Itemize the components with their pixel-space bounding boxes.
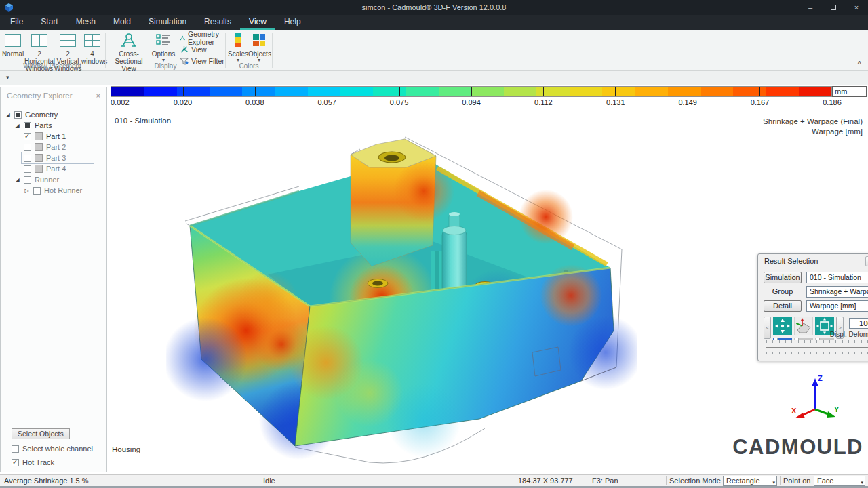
four-windows-icon (84, 34, 100, 47)
hot-track-row[interactable]: Hot Track (12, 458, 106, 466)
detail-combobox[interactable]: Warpage [mm] ▾ (806, 300, 868, 312)
menu-mesh[interactable]: Mesh (67, 15, 104, 30)
tree-checkbox[interactable] (24, 176, 31, 184)
selection-mode-combobox[interactable]: Rectangle ▾ (723, 476, 777, 486)
result-selection-dialog[interactable]: Result Selection ? × Simulation 010 - Si… (757, 253, 868, 361)
objects-button[interactable]: Objects ▾ (248, 31, 270, 63)
four-windows-button[interactable]: 4 windows (81, 31, 103, 65)
tree-checkbox[interactable] (24, 133, 31, 140)
tree-checkbox[interactable] (24, 165, 31, 173)
tree-checkbox[interactable] (24, 155, 31, 162)
menu-mold[interactable]: Mold (104, 15, 140, 30)
select-whole-channel-row[interactable]: Select whole channel (12, 445, 106, 453)
expander-icon[interactable]: ▷ (24, 188, 30, 194)
colormap-cell (439, 87, 471, 96)
scale-tick-label: 0.167 (751, 98, 770, 106)
group-label-display: Display (106, 62, 224, 70)
group-label-colors: Colors (226, 62, 271, 70)
panel-close-icon[interactable]: × (96, 92, 100, 100)
colormap-cell (242, 87, 275, 96)
geometry-explorer-button[interactable]: Geometry Explorer (180, 33, 224, 43)
view-button[interactable]: View (180, 44, 224, 54)
colormap-cell (111, 87, 144, 96)
normal-window-button[interactable]: Normal (1, 31, 24, 58)
result-thumbnail-deformation[interactable] (773, 317, 792, 342)
simulation-label: 010 - Simulation (115, 117, 171, 125)
menu-start[interactable]: Start (32, 15, 66, 30)
scale-tick-mark (688, 87, 688, 96)
menu-file[interactable]: File (1, 15, 32, 30)
expander-icon[interactable]: ◢ (14, 123, 20, 129)
panel-menu-dropdown-icon[interactable]: ▾ (6, 74, 9, 81)
group-colors: Scales ▾ Objects ▾ Colors (226, 30, 271, 70)
options-button[interactable]: Options ▾ (150, 31, 177, 63)
tree-item-part-2[interactable]: Part 2 (24, 142, 106, 152)
tree-checkbox[interactable] (33, 187, 41, 195)
tree-item-parts[interactable]: ◢Parts (14, 120, 106, 131)
thumbnail-prev-button[interactable]: < (764, 317, 771, 339)
tree-item-geometry[interactable]: ◢Geometry (5, 109, 106, 120)
tree-checkbox[interactable] (14, 111, 22, 119)
tree-item-part-3[interactable]: Part 3 (24, 152, 106, 163)
part-name-label: Housing (112, 445, 140, 453)
colormap-cell (275, 87, 307, 96)
point-on-combobox[interactable]: Face ▾ (814, 476, 865, 486)
expander-icon[interactable]: ◢ (5, 112, 11, 118)
maximize-button[interactable] (822, 0, 845, 15)
colormap-cell (504, 87, 536, 96)
colormap-cell (144, 87, 176, 96)
model-viewport[interactable]: mm 0.0020.0200.0380.0570.0750.0940.1120.… (108, 85, 868, 474)
scale-tick-mark (183, 87, 184, 96)
hot-track-checkbox[interactable] (12, 459, 19, 466)
scales-button[interactable]: Scales ▾ (228, 31, 248, 63)
dialog-help-icon[interactable]: ? (865, 256, 868, 266)
axes-triad-icon: Z X Y (791, 373, 840, 422)
tree-item-runner[interactable]: ◢Runner (14, 174, 106, 185)
group-combobox[interactable]: Shrinkage + Warpage (Final) ▾ (806, 286, 868, 298)
detail-button[interactable]: Detail (764, 300, 802, 312)
panel-title: Geometry Explorer (7, 92, 73, 100)
colormap-cell (471, 87, 504, 96)
scale-tick-label: 0.186 (823, 98, 842, 106)
colormap-cell (406, 87, 438, 96)
menu-simulation[interactable]: Simulation (140, 15, 195, 30)
deformation-slider[interactable] (766, 347, 868, 348)
objects-icon (253, 34, 265, 46)
menu-help[interactable]: Help (275, 15, 310, 30)
tree-checkbox[interactable] (24, 122, 31, 129)
titlebar: simcon - Cadmould® 3D-F Version 12.0.0.8… (0, 0, 868, 15)
scale-unit-box: mm (832, 86, 867, 97)
select-whole-channel-checkbox[interactable] (12, 445, 19, 453)
selection-mode-label: Selection Mode (669, 476, 721, 486)
ribbon: Normal 2 Horizontal Windows 2 Vertical W… (0, 30, 868, 71)
simulation-button[interactable]: Simulation (764, 272, 802, 283)
colormap-cell (536, 87, 569, 96)
scale-tick-label: 0.112 (534, 98, 553, 106)
menu-view[interactable]: View (240, 15, 275, 30)
axis-y-label: Y (834, 405, 840, 413)
cadmould-logo: CADMOULD (732, 435, 863, 460)
tree-item-part-4[interactable]: Part 4 (24, 163, 106, 174)
result-thumbnail-warpage-axes[interactable] (794, 317, 813, 342)
tree-checkbox[interactable] (24, 144, 31, 151)
ribbon-separator (272, 33, 273, 68)
simulation-combobox[interactable]: 010 - Simulation ▾ (806, 272, 868, 283)
colormap-cell (668, 87, 701, 96)
minimize-button[interactable]: – (799, 0, 822, 15)
select-objects-button[interactable]: Select Objects (12, 428, 70, 439)
slider-ticks (766, 340, 868, 343)
options-icon (155, 33, 172, 47)
expander-icon[interactable]: ◢ (14, 177, 20, 183)
scale-tick-mark (760, 87, 760, 96)
group-label: Group (764, 286, 802, 298)
menu-results[interactable]: Results (195, 15, 240, 30)
deformation-value-input[interactable]: 100.000 (849, 318, 868, 329)
close-button[interactable]: × (845, 0, 868, 15)
result-thumbnail-scaled-deformation[interactable] (815, 317, 834, 342)
tree-item-part-1[interactable]: Part 1 (24, 131, 106, 142)
tree-item-hot-runner[interactable]: ▷Hot Runner (24, 185, 106, 196)
colormap-cell (340, 87, 373, 96)
colormap-cell (373, 87, 406, 96)
colormap-cell (733, 87, 766, 96)
ribbon-collapse-button[interactable]: ^ (857, 60, 861, 68)
